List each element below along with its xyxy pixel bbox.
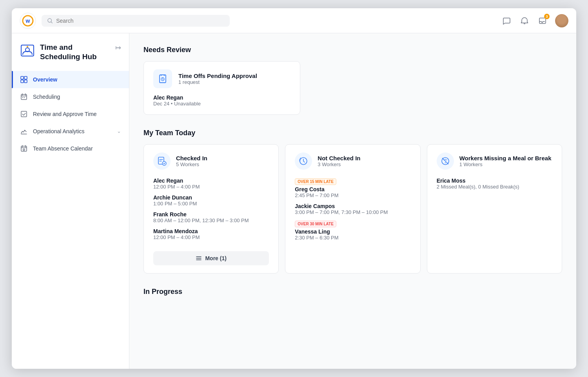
svg-point-6	[27, 46, 28, 47]
user-avatar[interactable]	[555, 14, 568, 27]
chevron-down-icon: ⌄	[117, 128, 121, 134]
not-checked-in-title-group: Not Checked In 3 Workers	[318, 155, 360, 167]
worker-row: Erica Moss 2 Missed Meal(s), 0 Missed Br…	[437, 178, 552, 190]
sidebar-item-label: Team Absence Calendar	[33, 145, 93, 152]
messages-icon[interactable]	[501, 15, 512, 26]
search-bar[interactable]	[42, 15, 230, 27]
worker-row: Archie Duncan 1:00 PM – 5:00 PM	[153, 194, 269, 207]
topbar: w	[12, 8, 576, 33]
worker-name: Jackie Campos	[295, 203, 410, 209]
sidebar-item-scheduling[interactable]: Scheduling	[12, 88, 129, 105]
sidebar-item-review-approve[interactable]: Review and Approve Time	[12, 105, 129, 123]
sidebar-item-label: Scheduling	[33, 94, 60, 100]
worker-name: Martina Mendoza	[153, 228, 269, 234]
overview-icon	[20, 75, 28, 84]
not-checked-in-count: 3 Workers	[318, 161, 360, 167]
worker-row: OVER 15 MIN LATE Greg Costa 2:45 PM – 7:…	[295, 178, 410, 198]
missing-meal-break-card: Workers Missing a Meal or Break 1 Worker…	[427, 144, 562, 274]
workday-logo: w	[20, 13, 36, 29]
inbox-badge: 3	[544, 14, 550, 19]
inbox-icon[interactable]: 3	[537, 15, 548, 26]
svg-rect-11	[21, 94, 27, 100]
missing-meal-title: Workers Missing a Meal or Break	[459, 155, 552, 161]
needs-review-section-title: Needs Review	[143, 46, 562, 54]
worker-row: Frank Roche 8:00 AM – 12:00 PM, 12:30 PM…	[153, 211, 269, 223]
not-checked-in-icon	[298, 156, 309, 166]
worker-name: Vanessa Ling	[295, 228, 410, 235]
worker-time: 2:30 PM – 6:30 PM	[295, 235, 410, 241]
svg-rect-12	[22, 97, 23, 98]
not-checked-in-title: Not Checked In	[318, 155, 360, 161]
sidebar-item-label: Review and Approve Time	[33, 111, 97, 117]
more-button[interactable]: More (1)	[153, 251, 269, 265]
missing-meal-icon-box	[437, 152, 454, 170]
worker-name: Archie Duncan	[153, 194, 269, 201]
worker-row: Alec Regan 12:00 PM – 4:00 PM	[153, 178, 269, 190]
notifications-icon[interactable]	[519, 15, 530, 26]
topbar-right: 3	[501, 14, 568, 27]
worker-row: OVER 30 MIN LATE Vanessa Ling 2:30 PM – …	[295, 220, 410, 241]
absence-icon	[20, 144, 28, 153]
sidebar-item-absence[interactable]: Team Absence Calendar	[12, 140, 129, 157]
team-cards: Checked In 5 Workers Alec Regan 12:00 PM…	[143, 144, 562, 274]
sidebar-item-overview[interactable]: Overview	[12, 71, 129, 88]
card-subtitle: 1 request	[178, 79, 257, 85]
sidebar-item-analytics[interactable]: Operational Analytics ⌄	[12, 123, 129, 140]
card-header: Time Offs Pending Approval 1 request	[153, 69, 290, 88]
checked-in-card: Checked In 5 Workers Alec Regan 12:00 PM…	[143, 144, 279, 274]
checked-in-title: Checked In	[176, 155, 207, 161]
card-person-info: Alec Regan Dec 24 • Unavailable	[153, 94, 290, 107]
worker-name: Frank Roche	[153, 211, 269, 218]
sidebar-collapse-button[interactable]: ↦	[115, 43, 121, 52]
sidebar-item-label: Overview	[33, 76, 57, 83]
worker-time: 2:45 PM – 7:00 PM	[295, 192, 410, 198]
in-progress-section-title: In Progress	[143, 288, 562, 296]
svg-point-20	[162, 161, 166, 165]
svg-point-16	[23, 149, 25, 150]
hub-icon	[20, 43, 35, 58]
missing-meal-count: 1 Workers	[459, 161, 552, 167]
analytics-icon	[20, 127, 28, 136]
card-title: Time Offs Pending Approval	[178, 72, 257, 79]
worker-time: 3:00 PM – 7:00 PM, 7:30 PM – 10:00 PM	[295, 209, 410, 215]
card-person-name: Alec Regan	[153, 94, 290, 101]
worker-time: 12:00 PM – 4:00 PM	[153, 234, 269, 240]
needs-review-card[interactable]: Time Offs Pending Approval 1 request Ale…	[143, 61, 300, 115]
svg-rect-3	[539, 18, 546, 24]
checked-in-title-group: Checked In 5 Workers	[176, 155, 207, 167]
worker-time: 2 Missed Meal(s), 0 Missed Break(s)	[437, 184, 552, 190]
my-team-section: My Team Today	[143, 129, 562, 274]
sidebar-title: Time and Scheduling Hub	[40, 43, 111, 62]
svg-rect-9	[21, 80, 24, 83]
worker-name: Erica Moss	[437, 178, 552, 184]
checked-in-header: Checked In 5 Workers	[153, 152, 269, 170]
app-window: w	[12, 8, 576, 369]
worker-time: 8:00 AM – 12:00 PM, 12:30 PM – 3:00 PM	[153, 218, 269, 223]
svg-rect-10	[24, 80, 27, 83]
search-input[interactable]	[56, 18, 224, 24]
late-badge-red: OVER 30 MIN LATE	[295, 221, 336, 227]
worker-name: Greg Costa	[295, 186, 410, 192]
more-button-label: More (1)	[205, 255, 226, 261]
time-off-icon-box	[153, 69, 172, 88]
search-icon	[47, 18, 53, 24]
svg-text:w: w	[25, 18, 30, 24]
missing-meal-title-group: Workers Missing a Meal or Break 1 Worker…	[459, 155, 552, 167]
time-off-icon	[157, 73, 168, 84]
sidebar-nav: Overview Scheduling	[12, 71, 129, 157]
sidebar-header: Time and Scheduling Hub ↦	[12, 43, 129, 71]
late-badge-orange: OVER 15 MIN LATE	[295, 178, 336, 185]
worker-time: 1:00 PM – 5:00 PM	[153, 201, 269, 207]
my-team-section-title: My Team Today	[143, 129, 562, 137]
worker-time: 12:00 PM – 4:00 PM	[153, 184, 269, 190]
review-icon	[20, 110, 28, 118]
missing-meal-icon	[440, 156, 450, 166]
card-person-detail: Dec 24 • Unavailable	[153, 101, 290, 107]
sidebar: Time and Scheduling Hub ↦ Overview	[12, 33, 129, 369]
worker-row: Martina Mendoza 12:00 PM – 4:00 PM	[153, 228, 269, 240]
card-title-group: Time Offs Pending Approval 1 request	[178, 72, 257, 85]
not-checked-in-card: Not Checked In 3 Workers OVER 15 MIN LAT…	[285, 144, 420, 274]
content-area: Needs Review Time Offs Pending Approval	[129, 33, 576, 369]
svg-rect-8	[24, 76, 27, 79]
svg-rect-14	[21, 111, 27, 117]
